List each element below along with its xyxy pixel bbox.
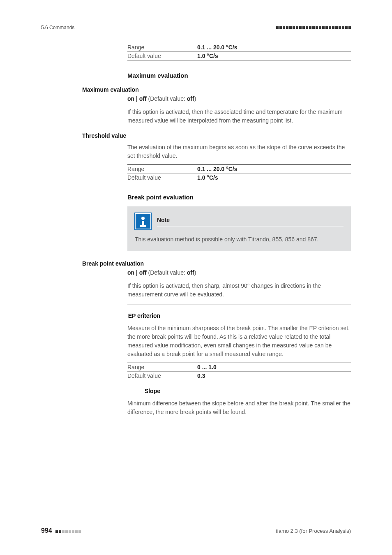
range-label: Range bbox=[127, 44, 197, 51]
slope-side-label: Slope bbox=[90, 388, 160, 394]
header-section: 5.6 Commands bbox=[41, 25, 74, 30]
ep-default-value: 0.3 bbox=[197, 372, 205, 379]
onoff-bold: on | off bbox=[127, 95, 147, 102]
note-title: Note bbox=[157, 217, 344, 226]
footer-ticks bbox=[55, 527, 81, 534]
divider bbox=[127, 305, 351, 305]
break-point-desc: If this option is activated, then sharp,… bbox=[127, 282, 351, 299]
default-label: Default value bbox=[127, 53, 197, 59]
bp-onoff-light-end: ) bbox=[194, 269, 196, 276]
page-number: 994 bbox=[41, 527, 52, 534]
threshold-range-value: 0.1 ... 20.0 °C/s bbox=[197, 166, 237, 172]
ep-default-label: Default value bbox=[127, 372, 197, 379]
default-value: 1.0 °C/s bbox=[197, 53, 218, 59]
threshold-range-label: Range bbox=[127, 166, 197, 172]
spec-table-ep: Range 0 ... 1.0 Default value 0.3 bbox=[127, 363, 351, 380]
note-box: Note This evaluation method is possible … bbox=[127, 206, 351, 251]
note-body: This evaluation method is possible only … bbox=[135, 235, 344, 244]
info-icon bbox=[135, 213, 151, 229]
bp-onoff-default: off bbox=[187, 269, 194, 276]
threshold-desc: The evaluation of the maximum begins as … bbox=[127, 143, 351, 160]
ep-criterion-side-label: EP criterion bbox=[90, 312, 160, 319]
max-eval-side-label: Maximum evaluation bbox=[82, 86, 164, 93]
break-point-onoff: on | off (Default value: off) bbox=[127, 269, 351, 276]
threshold-default-label: Default value bbox=[127, 174, 197, 181]
onoff-default: off bbox=[187, 95, 194, 102]
slope-desc: Minimum difference between the slope bef… bbox=[127, 399, 351, 416]
range-value: 0.1 ... 20.0 °C/s bbox=[197, 44, 237, 51]
ep-criterion-desc: Measure of the minimum sharpness of the … bbox=[127, 324, 351, 358]
max-eval-title: Maximum evaluation bbox=[127, 72, 351, 79]
ep-range-label: Range bbox=[127, 364, 197, 370]
onoff-light: (Default value: bbox=[147, 95, 187, 102]
header-progress-ticks bbox=[275, 26, 351, 29]
spec-table-initial: Range 0.1 ... 20.0 °C/s Default value 1.… bbox=[127, 43, 351, 60]
bp-onoff-bold: on | off bbox=[127, 269, 147, 276]
onoff-light-end: ) bbox=[194, 95, 196, 102]
spec-table-threshold: Range 0.1 ... 20.0 °C/s Default value 1.… bbox=[127, 164, 351, 182]
bp-onoff-light: (Default value: bbox=[147, 269, 187, 276]
footer-right: tiamo 2.3 (for Process Analysis) bbox=[276, 528, 351, 534]
ep-range-value: 0 ... 1.0 bbox=[197, 364, 217, 370]
threshold-default-value: 1.0 °C/s bbox=[197, 174, 218, 181]
break-point-side-label: Break point evaluation bbox=[82, 260, 173, 267]
break-point-title: Break point evaluation bbox=[127, 194, 351, 201]
threshold-side-label: Threshold value bbox=[82, 132, 164, 139]
max-eval-onoff: on | off (Default value: off) bbox=[127, 95, 351, 102]
max-eval-desc: If this option is activated, then the as… bbox=[127, 108, 351, 125]
